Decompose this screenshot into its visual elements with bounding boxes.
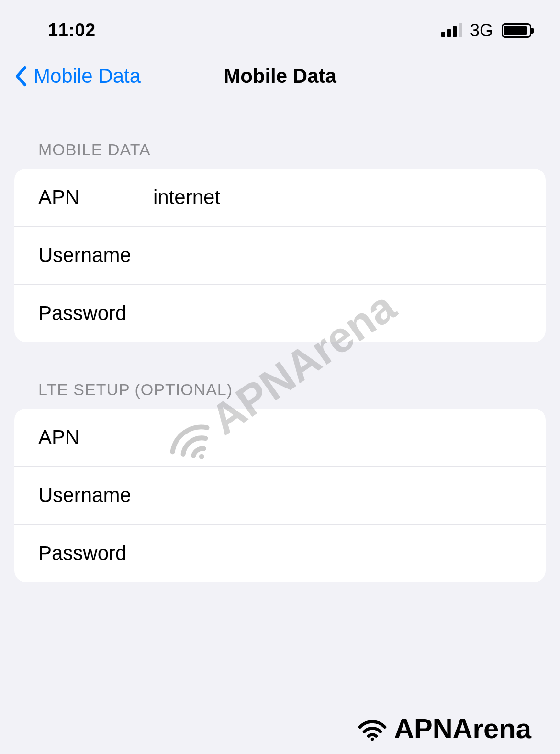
svg-point-1 — [371, 737, 374, 741]
status-bar: 11:02 3G — [0, 0, 560, 50]
row-username[interactable]: Username — [14, 227, 546, 285]
row-label: APN — [38, 186, 153, 209]
row-lte-password[interactable]: Password — [14, 525, 546, 582]
page-title: Mobile Data — [224, 65, 336, 88]
username-input[interactable] — [153, 244, 522, 267]
status-time: 11:02 — [48, 20, 96, 41]
row-lte-username[interactable]: Username — [14, 467, 546, 525]
brand-text: APNArena — [394, 712, 531, 744]
card-mobile-data: APN Username Password — [14, 169, 546, 342]
brand-footer: APNArena — [356, 712, 531, 744]
row-label: Username — [38, 244, 153, 267]
section-header-mobile-data: MOBILE DATA — [0, 107, 560, 169]
row-password[interactable]: Password — [14, 285, 546, 342]
row-label: Password — [38, 302, 153, 325]
card-lte: APN Username Password — [14, 409, 546, 582]
row-apn[interactable]: APN — [14, 169, 546, 227]
lte-password-input[interactable] — [153, 542, 522, 565]
row-label: APN — [38, 426, 153, 449]
apn-input[interactable] — [153, 186, 522, 209]
section-header-lte: LTE SETUP (OPTIONAL) — [0, 342, 560, 409]
lte-username-input[interactable] — [153, 484, 522, 507]
nav-bar: Mobile Data Mobile Data — [0, 50, 560, 107]
network-type: 3G — [470, 21, 493, 41]
signal-icon — [441, 24, 462, 37]
wifi-icon — [356, 716, 389, 741]
back-button[interactable]: Mobile Data — [14, 65, 141, 88]
status-indicators: 3G — [441, 21, 531, 41]
chevron-left-icon — [14, 66, 28, 87]
row-lte-apn[interactable]: APN — [14, 409, 546, 467]
lte-apn-input[interactable] — [153, 426, 522, 449]
password-input[interactable] — [153, 302, 522, 325]
battery-icon — [502, 23, 531, 38]
row-label: Username — [38, 484, 153, 507]
row-label: Password — [38, 542, 153, 565]
back-label: Mobile Data — [34, 65, 141, 88]
